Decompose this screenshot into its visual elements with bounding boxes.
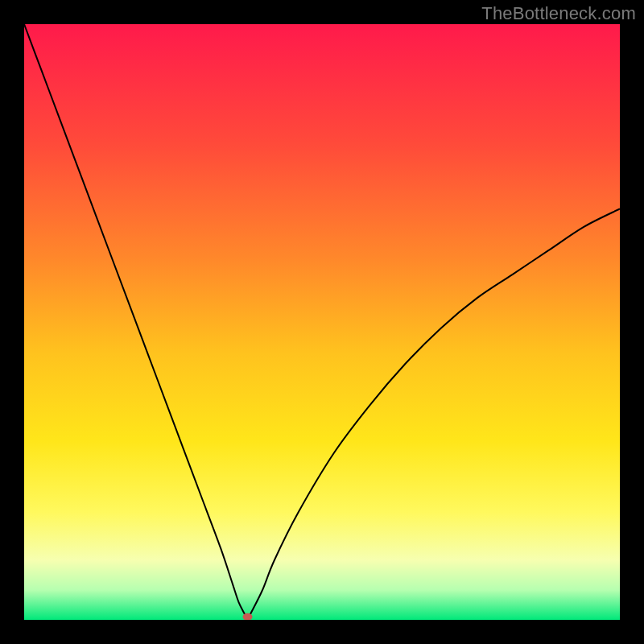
- chart-frame: TheBottleneck.com: [0, 0, 644, 644]
- watermark-label: TheBottleneck.com: [481, 3, 636, 24]
- chart-svg: [24, 24, 620, 620]
- gradient-background: [24, 24, 620, 620]
- plot-area: [24, 24, 620, 620]
